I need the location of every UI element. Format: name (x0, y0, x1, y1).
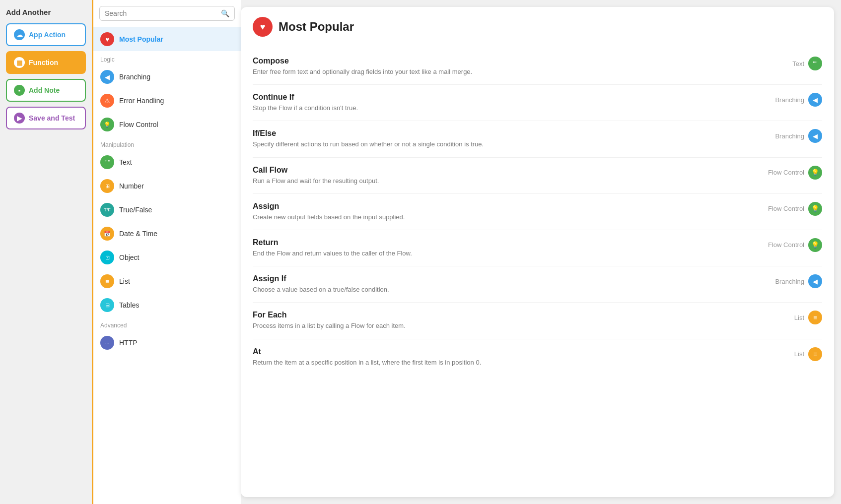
nav-item-true-false[interactable]: T/F True/False (93, 198, 241, 222)
action-tag-icon-compose: "" (808, 57, 822, 70)
action-name-continue-if: Continue If (253, 93, 765, 102)
action-tag-compose: Text "" (792, 57, 822, 70)
action-name-return: Return (253, 238, 758, 247)
flow-control-label: Flow Control (119, 121, 158, 128)
action-info-assign: Assign Create new output fields based on… (253, 202, 768, 222)
nav-item-object[interactable]: ⊡ Object (93, 246, 241, 269)
action-name-for-each: For Each (253, 311, 784, 319)
action-item-return[interactable]: Return End the Flow and return values to… (253, 230, 822, 266)
action-desc-assign: Create new output fields based on the in… (253, 213, 758, 222)
branching-icon: ◀ (100, 70, 114, 84)
action-info-for-each: For Each Process items in a list by call… (253, 311, 794, 330)
action-name-call-flow: Call Flow (253, 166, 758, 175)
action-tag-label-continue-if: Branching (775, 96, 804, 104)
action-info-if-else: If/Else Specify different actions to run… (253, 129, 775, 149)
nav-item-most-popular[interactable]: ♥ Most Popular (93, 27, 241, 51)
action-tag-label-assign-if: Branching (775, 278, 804, 285)
action-desc-assign-if: Choose a value based on a true/false con… (253, 285, 765, 294)
tables-icon: ⊟ (100, 298, 114, 312)
most-popular-icon: ♥ (100, 32, 114, 46)
nav-item-list[interactable]: ≡ List (93, 269, 241, 293)
action-tag-for-each: List ≡ (794, 311, 822, 324)
middle-panel: 🔍 ♥ Most Popular Logic ◀ Branching ⚠ Err… (92, 0, 241, 504)
number-label: Number (119, 182, 144, 190)
text-label: Text (119, 158, 132, 166)
actions-list: Compose Enter free form text and optiona… (253, 49, 822, 375)
action-item-for-each[interactable]: For Each Process items in a list by call… (253, 303, 822, 339)
nav-item-text[interactable]: " " Text (93, 150, 241, 174)
action-item-continue-if[interactable]: Continue If Stop the Flow if a condition… (253, 85, 822, 121)
save-and-test-button[interactable]: ▶ Save and Test (6, 107, 86, 129)
action-tag-if-else: Branching ◀ (775, 129, 822, 143)
nav-item-tables[interactable]: ⊟ Tables (93, 293, 241, 317)
action-item-at[interactable]: At Return the item at a specific positio… (253, 339, 822, 375)
action-tag-icon-if-else: ◀ (808, 129, 822, 143)
action-item-compose[interactable]: Compose Enter free form text and optiona… (253, 49, 822, 85)
manipulation-section-label: Manipulation (93, 136, 241, 150)
app-action-icon: ☁ (14, 29, 25, 40)
number-icon: ⊞ (100, 179, 114, 193)
action-info-continue-if: Continue If Stop the Flow if a condition… (253, 93, 775, 113)
main-title: Most Popular (279, 20, 354, 34)
action-item-assign[interactable]: Assign Create new output fields based on… (253, 194, 822, 230)
action-tag-call-flow: Flow Control 💡 (768, 166, 822, 180)
function-icon: ▦ (14, 57, 25, 68)
action-item-call-flow[interactable]: Call Flow Run a Flow and wait for the re… (253, 158, 822, 194)
action-item-if-else[interactable]: If/Else Specify different actions to run… (253, 121, 822, 157)
branching-label: Branching (119, 73, 150, 81)
nav-item-number[interactable]: ⊞ Number (93, 174, 241, 198)
action-tag-label-return: Flow Control (768, 241, 804, 249)
main-content: ♥ Most Popular Compose Enter free form t… (241, 7, 834, 497)
object-icon: ⊡ (100, 251, 114, 264)
action-info-call-flow: Call Flow Run a Flow and wait for the re… (253, 166, 768, 186)
error-handling-label: Error Handling (119, 97, 164, 105)
action-name-at: At (253, 347, 784, 356)
date-time-label: Date & Time (119, 230, 157, 238)
action-item-assign-if[interactable]: Assign If Choose a value based on a true… (253, 266, 822, 303)
advanced-section-label: Advanced (93, 317, 241, 331)
search-icon: 🔍 (221, 9, 229, 17)
action-tag-icon-call-flow: 💡 (808, 166, 822, 180)
action-tag-label-for-each: List (794, 314, 804, 321)
nav-item-http[interactable]: ··· HTTP (93, 331, 241, 355)
action-tag-icon-for-each: ≡ (808, 311, 822, 324)
action-info-return: Return End the Flow and return values to… (253, 238, 768, 258)
true-false-label: True/False (119, 206, 152, 214)
http-label: HTTP (119, 339, 138, 347)
function-button[interactable]: ▦ Function (6, 51, 86, 74)
nav-item-branching[interactable]: ◀ Branching (93, 65, 241, 89)
add-note-icon: ▪ (14, 85, 25, 96)
action-tag-label-compose: Text (792, 60, 804, 67)
save-and-test-label: Save and Test (29, 114, 75, 122)
action-tag-label-if-else: Branching (775, 132, 804, 140)
date-time-icon: 📅 (100, 227, 114, 241)
http-icon: ··· (100, 336, 114, 350)
tables-label: Tables (119, 301, 139, 309)
text-icon: " " (100, 155, 114, 169)
action-desc-call-flow: Run a Flow and wait for the resulting ou… (253, 177, 758, 186)
app-action-label: App Action (29, 31, 66, 39)
error-handling-icon: ⚠ (100, 94, 114, 108)
action-tag-icon-return: 💡 (808, 238, 822, 252)
most-popular-label: Most Popular (119, 35, 163, 43)
action-tag-icon-assign-if: ◀ (808, 274, 822, 288)
flow-control-icon: 💡 (100, 118, 114, 131)
true-false-icon: T/F (100, 203, 114, 217)
nav-item-error-handling[interactable]: ⚠ Error Handling (93, 89, 241, 113)
nav-item-date-time[interactable]: 📅 Date & Time (93, 222, 241, 246)
logic-section-label: Logic (93, 51, 241, 65)
search-input[interactable] (105, 9, 218, 17)
nav-list: ♥ Most Popular Logic ◀ Branching ⚠ Error… (93, 27, 241, 504)
nav-item-flow-control[interactable]: 💡 Flow Control (93, 113, 241, 136)
action-desc-return: End the Flow and return values to the ca… (253, 249, 758, 258)
action-name-assign: Assign (253, 202, 758, 211)
action-tag-label-at: List (794, 350, 804, 358)
action-desc-at: Return the item at a specific position i… (253, 358, 784, 367)
sidebar-title: Add Another (6, 8, 86, 16)
action-name-assign-if: Assign If (253, 274, 765, 283)
add-note-button[interactable]: ▪ Add Note (6, 79, 86, 102)
action-desc-if-else: Specify different actions to run based o… (253, 140, 765, 149)
list-icon: ≡ (100, 274, 114, 288)
action-tag-icon-continue-if: ◀ (808, 93, 822, 107)
app-action-button[interactable]: ☁ App Action (6, 23, 86, 46)
